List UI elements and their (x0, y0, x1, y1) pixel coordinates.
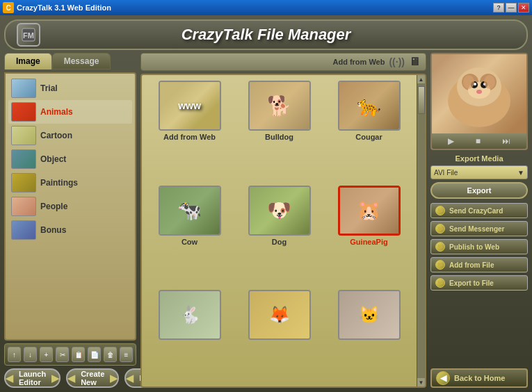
tool-paste[interactable]: 📄 (88, 347, 101, 362)
tool-down[interactable]: ↓ (24, 347, 37, 362)
tool-copy[interactable]: 📋 (72, 347, 85, 362)
grid-item-dog[interactable]: 🐶 Dog (237, 186, 321, 285)
category-thumb-cartoon (11, 126, 36, 145)
close-button[interactable]: ✕ (518, 3, 529, 13)
category-label-object: Object (40, 154, 66, 164)
tool-delete[interactable]: 🗑 (104, 347, 117, 362)
skip-button[interactable]: ⏭ (499, 136, 513, 146)
svg-point-11 (476, 90, 482, 94)
left-panel: Image Message Trial Animals Cartoon (4, 53, 136, 388)
preview-svg (441, 56, 517, 132)
export-section: Export Media AVI File ▼ Export (430, 154, 528, 199)
item8-image: 🦊 (250, 291, 309, 338)
add-from-web-bar: Add from Web ((·)) 🖥 (140, 53, 426, 71)
export-button[interactable]: Export (430, 182, 528, 199)
scroll-up-arrow[interactable]: ▲ (417, 75, 426, 83)
category-thumb-people (11, 197, 36, 216)
play-button[interactable]: ▶ (445, 136, 457, 146)
edit-arrow-left: ◀ (126, 373, 134, 384)
export-format-select[interactable]: AVI File ▼ (430, 165, 528, 179)
category-thumb-paintings (11, 173, 36, 193)
category-thumb-animals (11, 102, 36, 122)
grid-thumb-add-from-web: www (159, 81, 221, 131)
stop-button[interactable]: ■ (473, 136, 483, 146)
grid-label-bulldog: Bulldog (265, 133, 293, 141)
category-item-bonus[interactable]: Bonus (8, 218, 132, 242)
publish-to-web-icon: ▶ (435, 242, 445, 252)
right-panel: ▶ ■ ⏭ Export Media AVI File ▼ Export (430, 53, 528, 388)
title-bar: C CrazyTalk 3.1 Web Edition ? — ✕ (0, 0, 532, 15)
category-item-object[interactable]: Object (8, 147, 132, 171)
grid-label-add-from-web: Add from Web (163, 133, 216, 141)
tool-up[interactable]: ↑ (8, 347, 21, 362)
category-item-trial[interactable]: Trial (8, 76, 132, 100)
tool-cut[interactable]: ✂ (56, 347, 69, 362)
category-item-people[interactable]: People (8, 195, 132, 218)
app-logo: FM (17, 23, 40, 47)
scrollbar-vertical[interactable]: ▲ ▼ (417, 75, 425, 386)
create-new-label: Create New (81, 370, 104, 386)
tab-image[interactable]: Image (4, 53, 52, 70)
cow-image: 🐄 (160, 187, 220, 234)
grid-label-dog: Dog (272, 238, 287, 246)
launch-editor-button[interactable]: ◀ Launch Editor ▶ (4, 368, 61, 388)
category-item-animals[interactable]: Animals (8, 100, 132, 124)
back-to-home-label: Back to Home (454, 374, 505, 382)
item7-image: 🐇 (160, 291, 220, 338)
grid-item-bulldog[interactable]: 🐕 Bulldog (237, 81, 321, 180)
export-to-file-button[interactable]: ▶ Export to File (430, 275, 528, 291)
category-label-trial: Trial (40, 83, 58, 93)
add-from-file-button[interactable]: ▶ Add from File (430, 257, 528, 272)
grid-item-7[interactable]: 🐇 (147, 290, 232, 381)
send-messenger-button[interactable]: ▶ Send Messenger (430, 221, 528, 236)
content-area: Image Message Trial Animals Cartoon (4, 53, 528, 388)
tabs: Image Message (4, 53, 136, 70)
grid-thumb-dog: 🐶 (248, 186, 311, 236)
grid-label-guinea-pig: GuineaPig (350, 238, 387, 246)
grid-thumb-guinea-pig: 🐹 (338, 186, 401, 236)
preview-box: ▶ ■ ⏭ (430, 53, 528, 150)
grid-item-cougar[interactable]: 🐆 Cougar (327, 81, 411, 180)
add-from-web-label: Add from Web (332, 58, 385, 66)
category-item-cartoon[interactable]: Cartoon (8, 124, 132, 147)
svg-point-12 (463, 75, 474, 89)
export-media-label: Export Media (430, 154, 528, 163)
create-new-button[interactable]: ◀ Create New ▶ (66, 368, 119, 388)
grid-thumb-9: 🐱 (338, 290, 401, 340)
grid-item-guinea-pig[interactable]: 🐹 GuineaPig (327, 186, 411, 285)
send-crazycard-button[interactable]: ▶ Send CrazyCard (430, 203, 528, 218)
image-grid-container: www Add from Web 🐕 Bulldog 🐆 (140, 74, 426, 388)
grid-item-9[interactable]: 🐱 (327, 290, 411, 381)
create-arrow-left: ◀ (67, 373, 75, 384)
create-arrow-right: ▶ (110, 373, 118, 384)
guinea-pig-image: 🐹 (340, 188, 398, 234)
grid-item-8[interactable]: 🦊 (237, 290, 321, 381)
tab-message[interactable]: Message (52, 53, 111, 70)
title-bar-text: CrazyTalk 3.1 Web Edition (17, 3, 111, 12)
add-from-web-image: www (160, 82, 220, 129)
grid-item-add-from-web[interactable]: www Add from Web (147, 81, 232, 180)
minimize-button[interactable]: — (506, 3, 517, 13)
middle-panel: Add from Web ((·)) 🖥 www Add from Web (140, 53, 426, 388)
scroll-thumb[interactable] (418, 86, 425, 114)
scroll-down-arrow[interactable]: ▼ (417, 378, 426, 386)
title-bar-left: C CrazyTalk 3.1 Web Edition (3, 2, 111, 13)
export-format-value: AVI File (434, 169, 458, 177)
grid-thumb-7: 🐇 (159, 290, 221, 340)
category-label-bonus: Bonus (40, 225, 66, 235)
back-icon: ◀ (436, 371, 450, 385)
grid-item-cow[interactable]: 🐄 Cow (147, 186, 232, 285)
tool-list[interactable]: ≡ (120, 347, 133, 362)
launch-arrow-right: ▶ (51, 373, 59, 384)
add-from-file-icon: ▶ (435, 260, 445, 270)
svg-point-13 (484, 75, 495, 89)
help-button[interactable]: ? (493, 3, 504, 13)
category-label-animals: Animals (40, 107, 73, 117)
publish-to-web-button[interactable]: ▶ Publish to Web (430, 239, 528, 254)
back-to-home-button[interactable]: ◀ Back to Home (430, 368, 528, 388)
bottom-buttons: ◀ Launch Editor ▶ ◀ Create New ▶ ◀ Edit … (4, 368, 136, 388)
category-item-paintings[interactable]: Paintings (8, 171, 132, 195)
grid-thumb-8: 🦊 (248, 290, 311, 340)
send-messenger-icon: ▶ (435, 224, 445, 234)
tool-new[interactable]: + (40, 347, 53, 362)
